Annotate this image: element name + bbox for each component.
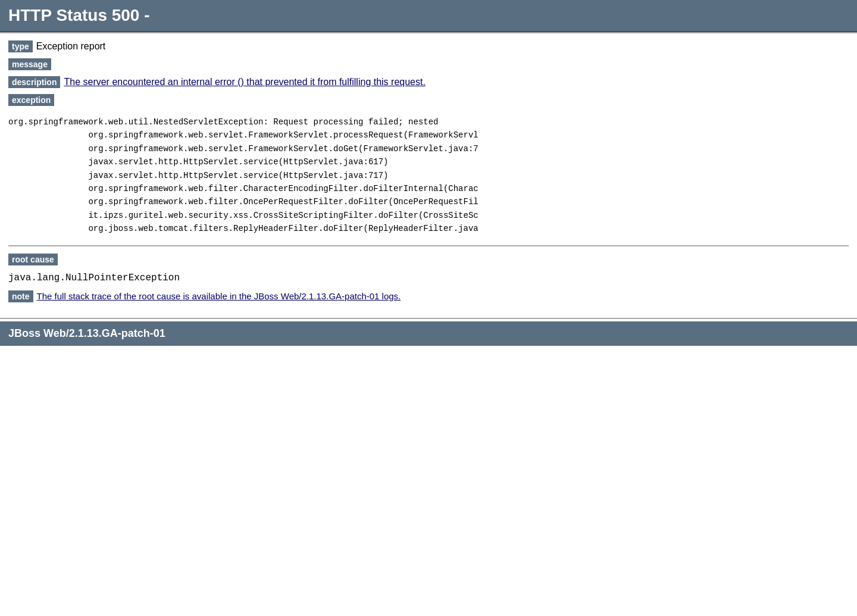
message-label: message	[8, 58, 51, 70]
note-row: note The full stack trace of the root ca…	[8, 290, 849, 302]
page-footer: JBoss Web/2.1.13.GA-patch-01	[0, 321, 857, 346]
message-row: message	[8, 58, 849, 70]
footer-label: JBoss Web/2.1.13.GA-patch-01	[8, 327, 165, 339]
root-cause-label: root cause	[8, 254, 58, 265]
middle-divider-1	[8, 245, 849, 246]
type-label: type	[8, 40, 33, 52]
root-cause-row: root cause	[8, 254, 849, 265]
main-content: type Exception report message descriptio…	[0, 33, 857, 318]
description-row: description The server encountered an in…	[8, 76, 849, 88]
page-title: HTTP Status 500 -	[8, 6, 849, 25]
bottom-divider	[0, 318, 857, 319]
note-value: The full stack trace of the root cause i…	[37, 291, 401, 301]
exception-row: exception	[8, 94, 849, 106]
description-label: description	[8, 76, 60, 88]
type-value: Exception report	[36, 41, 106, 52]
description-value: The server encountered an internal error…	[64, 77, 425, 87]
note-label: note	[8, 290, 33, 302]
root-cause-section: root cause java.lang.NullPointerExceptio…	[8, 254, 849, 283]
stacktrace-block: org.springframework.web.util.NestedServl…	[8, 115, 849, 236]
exception-label: exception	[8, 94, 54, 106]
page-header: HTTP Status 500 -	[0, 0, 857, 32]
null-pointer-exception: java.lang.NullPointerException	[8, 273, 849, 283]
type-row: type Exception report	[8, 40, 849, 52]
